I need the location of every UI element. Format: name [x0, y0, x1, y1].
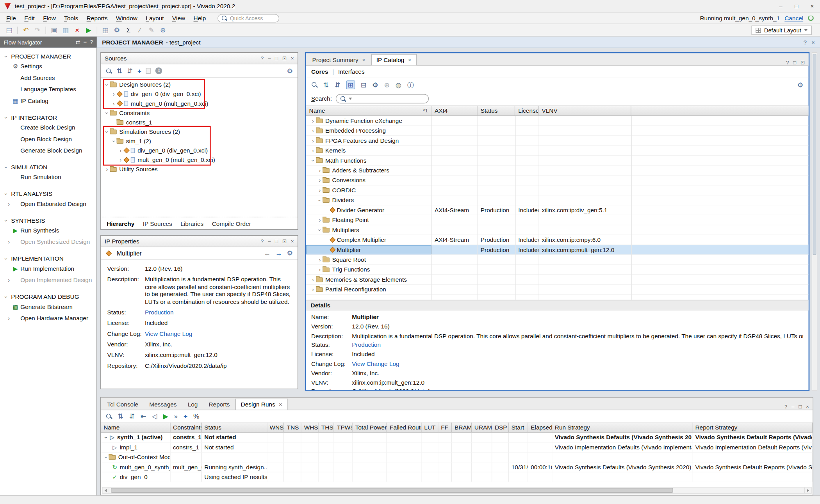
- save-icon[interactable]: ▤: [4, 27, 14, 33]
- catalog-row-math-functions[interactable]: ›Math Functions: [306, 156, 808, 165]
- tab-ip-catalog[interactable]: IP Catalog×: [371, 54, 416, 65]
- close-button[interactable]: ×: [806, 404, 809, 410]
- catalog-row-adders-subtracters[interactable]: ›Adders & Subtracters: [306, 166, 808, 176]
- flow-section-header-program-and-debug[interactable]: ›PROGRAM AND DEBUG: [0, 293, 96, 301]
- chevron-right-icon[interactable]: ›: [104, 167, 110, 172]
- collapse-all-icon[interactable]: ⇅: [118, 413, 123, 419]
- catalog-row-memories-storage-elements[interactable]: ›Memories & Storage Elements: [306, 275, 808, 284]
- tab-design-runs[interactable]: Design Runs×: [235, 399, 287, 410]
- search-icon[interactable]: [106, 67, 112, 74]
- copy-icon[interactable]: ▣: [49, 27, 59, 33]
- chevron-down-icon[interactable]: ›: [317, 227, 323, 233]
- flow-item-run-implementation[interactable]: ›▶Run Implementation: [0, 263, 96, 274]
- flow-item-open-implemented-design[interactable]: ›Open Implemented Design: [0, 274, 96, 286]
- redo-icon[interactable]: ↷: [32, 27, 42, 33]
- flow-item-generate-bitstream[interactable]: ›▩Generate Bitstream: [0, 301, 96, 312]
- column-header-name[interactable]: Name: [101, 422, 170, 432]
- run-row-div-gen-0[interactable]: ✓div_gen_0Using cached IP results: [101, 472, 813, 482]
- menu-view[interactable]: View: [168, 14, 189, 22]
- tab-reports[interactable]: Reports: [203, 399, 235, 410]
- run-row-synth-1-active[interactable]: ›▷synth_1 (active)constrs_1Not startedVi…: [101, 433, 813, 442]
- run-row-mult-gen-0-synth-1[interactable]: ↻mult_gen_0_synth_1mult_gen_0Running syn…: [101, 462, 813, 472]
- chevron-right-icon[interactable]: ›: [310, 128, 316, 133]
- flat-view-icon[interactable]: ⊟: [361, 81, 367, 88]
- float-button[interactable]: ⊡: [282, 55, 287, 61]
- settings-gear-icon[interactable]: ⚙: [797, 81, 804, 88]
- column-header-name[interactable]: Name^1: [306, 106, 431, 115]
- column-header-elapsed[interactable]: Elapsed: [528, 422, 553, 432]
- chevron-down-icon[interactable]: ›: [111, 138, 117, 144]
- minimize-button[interactable]: –: [268, 55, 271, 61]
- paste-icon[interactable]: ▥: [61, 27, 70, 33]
- close-tab-icon[interactable]: ×: [279, 401, 282, 408]
- chevron-right-icon[interactable]: ›: [317, 177, 323, 183]
- chevron-right-icon[interactable]: ›: [310, 147, 316, 153]
- scroll-left-icon[interactable]: [103, 488, 109, 493]
- flow-section-header-ip-integrator[interactable]: ›IP INTEGRATOR: [0, 114, 96, 122]
- tab-libraries[interactable]: Libraries: [177, 218, 207, 228]
- column-header-ths[interactable]: THS: [319, 422, 334, 432]
- help-button[interactable]: ?: [784, 404, 787, 410]
- catalog-row-kernels[interactable]: ›Kernels: [306, 146, 808, 156]
- field-value-change-log[interactable]: View Change Log: [352, 360, 803, 367]
- chevron-right-icon[interactable]: ›: [317, 217, 323, 223]
- link-icon[interactable]: ⊕: [384, 81, 390, 88]
- run-row-impl-1[interactable]: ▷impl_1constrs_1Not startedVivado Implem…: [101, 442, 813, 452]
- forward-icon[interactable]: →: [275, 250, 282, 256]
- chevron-right-icon[interactable]: ›: [118, 157, 123, 163]
- flow-item-generate-block-design[interactable]: ›Generate Block Design: [0, 145, 96, 156]
- tab-hierarchy[interactable]: Hierarchy: [103, 218, 138, 228]
- collapse-all-icon[interactable]: ⇅: [117, 67, 123, 74]
- maximize-button[interactable]: □: [789, 0, 804, 12]
- run-icon[interactable]: ▶: [84, 27, 93, 33]
- menu-flow[interactable]: Flow: [39, 14, 60, 22]
- chevron-right-icon[interactable]: ›: [118, 147, 123, 153]
- column-header-failed-routes[interactable]: Failed Routes: [387, 422, 421, 432]
- column-header-status[interactable]: Status: [202, 422, 267, 432]
- column-header-ff[interactable]: FF: [438, 422, 452, 432]
- expand-all-icon[interactable]: ⇵: [129, 413, 135, 419]
- tree-item-div-gen-0-div-gen-0-xci[interactable]: ›div_gen_0 (div_gen_0.xci): [101, 89, 298, 99]
- help-icon[interactable]: ?: [90, 39, 93, 45]
- minimize-button[interactable]: –: [773, 0, 788, 12]
- flow-section-header-simulation[interactable]: ›SIMULATION: [0, 163, 96, 171]
- minimize-button[interactable]: –: [791, 404, 794, 410]
- flow-item-open-synthesized-design[interactable]: ›Open Synthesized Design: [0, 236, 96, 247]
- column-header-report-strategy[interactable]: Report Strategy: [693, 422, 813, 432]
- tree-item-simulation-sources-2[interactable]: ›Simulation Sources (2): [101, 127, 298, 136]
- horizontal-scrollbar[interactable]: [102, 487, 811, 493]
- collapse-all-icon[interactable]: ⇅: [323, 81, 329, 88]
- delete-icon[interactable]: ×: [72, 27, 82, 33]
- column-header-tpws[interactable]: TPWS: [334, 422, 353, 432]
- expand-all-icon[interactable]: ⇵: [335, 81, 340, 88]
- flow-section-header-project-manager[interactable]: ›PROJECT MANAGER: [0, 52, 96, 60]
- add-sources-icon[interactable]: +: [137, 67, 141, 74]
- chevron-right-icon[interactable]: ›: [310, 138, 316, 144]
- search-icon[interactable]: [311, 82, 317, 88]
- catalog-row-multiplier[interactable]: ›MultiplierProductionIncludedxilinx.com:…: [306, 245, 808, 255]
- settings-gear-icon[interactable]: ⚙: [287, 250, 293, 256]
- maximize-button[interactable]: □: [275, 55, 278, 61]
- menu-icon[interactable]: ≡: [84, 39, 87, 45]
- close-tab-icon[interactable]: ×: [362, 57, 365, 63]
- tab-project-summary[interactable]: Project Summary×: [307, 54, 371, 65]
- column-header-tns[interactable]: TNS: [284, 422, 301, 432]
- column-header-status[interactable]: Status: [478, 106, 515, 115]
- edit-pencil-icon[interactable]: ✎: [146, 27, 156, 33]
- flow-item-add-sources[interactable]: ›Add Sources: [0, 72, 96, 83]
- settings-gear-icon[interactable]: ⚙: [287, 67, 293, 74]
- tree-item-mult-gen-0-mult-gen-0-xci[interactable]: ›mult_gen_0 (mult_gen_0.xci): [101, 99, 298, 108]
- field-value-status[interactable]: Production: [352, 342, 803, 349]
- tab-log[interactable]: Log: [182, 399, 203, 410]
- customize-wrench-icon[interactable]: ⚙: [372, 81, 378, 88]
- chevron-right-icon[interactable]: ›: [111, 101, 117, 106]
- tree-item-constraints[interactable]: ›Constraints: [101, 108, 298, 117]
- chevron-right-icon[interactable]: ›: [317, 167, 323, 173]
- expand-all-icon[interactable]: ⇵: [127, 67, 133, 74]
- menu-edit[interactable]: Edit: [20, 14, 39, 22]
- catalog-row-divider-generator[interactable]: ›Divider GeneratorAXI4-StreamProductionI…: [306, 205, 808, 215]
- dock-icon[interactable]: ⇄: [75, 39, 80, 45]
- subtab-cores[interactable]: Cores: [311, 68, 328, 75]
- tree-item-mult-gen-0-mult-gen-0-xci[interactable]: ›mult_gen_0 (mult_gen_0.xci): [101, 155, 298, 165]
- minimize-button[interactable]: –: [268, 238, 271, 244]
